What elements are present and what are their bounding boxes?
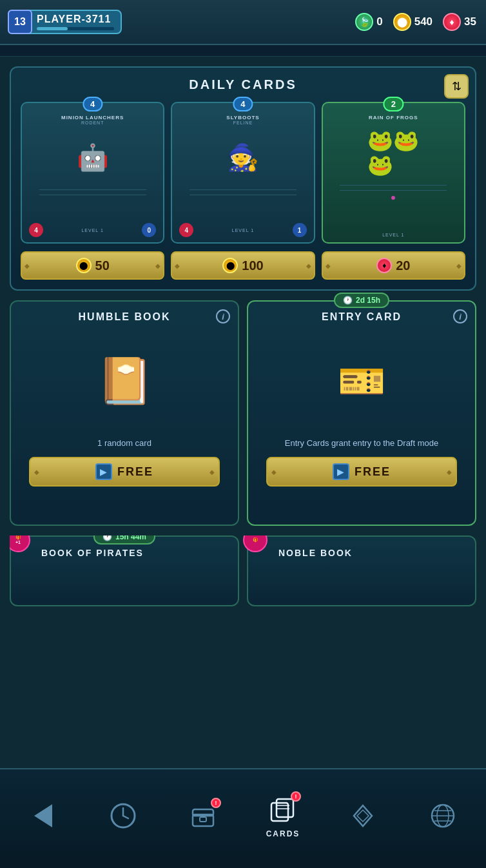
pirates-title: BOOK OF PIRATES xyxy=(41,548,230,558)
daily-cards-title: DAILY CARDS xyxy=(21,77,465,92)
svg-marker-12 xyxy=(357,810,369,822)
diamond-svg xyxy=(347,800,378,831)
card-divider-1 xyxy=(39,189,146,190)
card-cost-badge-3: 2 xyxy=(384,97,403,111)
card-level-3: LEVEL 1 xyxy=(382,233,404,237)
price-gold-icon-2: ⬤ xyxy=(222,258,238,273)
humble-book-info[interactable]: i xyxy=(216,309,230,323)
humble-book-free-btn[interactable]: ▶ FREE xyxy=(29,457,219,487)
prices-row: ⬤ 50 ⬤ 100 ♦ 20 xyxy=(21,251,465,280)
humble-book-desc: 1 random card xyxy=(97,438,151,449)
main-content: ⇅ DAILY CARDS 4 MINION LAUNCHERS RODENT … xyxy=(0,57,486,616)
daily-card-1[interactable]: 4 MINION LAUNCHERS RODENT 🤖 4 LEVEL 1 0 xyxy=(21,102,164,244)
card-divider-3b xyxy=(340,190,447,191)
currency-green: 🍃 0 xyxy=(355,13,382,31)
card-subname-2: FELINE xyxy=(233,121,253,125)
sub-nav xyxy=(0,45,486,57)
noble-title: NOBLE BOOK xyxy=(278,548,467,558)
price-btn-1[interactable]: ⬤ 50 xyxy=(21,251,164,280)
card-divider-1b xyxy=(39,195,146,195)
chest-icon: ! xyxy=(186,799,220,833)
bottom-shop-item-noble[interactable]: 🎁 NOBLE BOOK xyxy=(247,535,476,606)
header: 13 PLAYER-3711 🍃 0 ⬤ 540 ♦ 35 xyxy=(0,0,486,45)
diamond-icon xyxy=(346,799,380,833)
clock-svg xyxy=(108,800,139,831)
price-amount-3: 20 xyxy=(396,258,410,273)
free-icon-2: ▶ xyxy=(333,463,349,480)
gem-amount: 35 xyxy=(464,15,476,28)
card-name-3: RAIN OF FROGS xyxy=(369,115,418,121)
nav-clock[interactable] xyxy=(83,799,163,833)
svg-rect-8 xyxy=(277,799,293,817)
nav-back[interactable] xyxy=(3,799,83,833)
player-level: 13 xyxy=(8,10,32,34)
sale-icon: 🎁 xyxy=(15,535,21,540)
green-amount: 0 xyxy=(376,15,382,28)
shop-item-humble-book: HUMBLE BOOK i 📔 1 random card ▶ FREE xyxy=(10,300,239,526)
svg-line-2 xyxy=(123,816,128,818)
card-stats-2: 4 LEVEL 1 1 xyxy=(176,223,309,237)
currency-gem: ♦ 35 xyxy=(443,13,476,31)
nav-cards[interactable]: ! CARDS xyxy=(243,793,323,838)
shop-row: HUMBLE BOOK i 📔 1 random card ▶ FREE 🕐 2… xyxy=(10,300,476,526)
clock-icon xyxy=(106,799,140,833)
card-name-2: SLYBOOTS xyxy=(226,115,259,121)
card-level-2: LEVEL 1 xyxy=(232,228,254,233)
daily-card-3[interactable]: 2 RAIN OF FROGS 🐸🐸🐸 LEVEL 1 xyxy=(322,102,465,244)
pirates-timer: 🕐 15h 44m xyxy=(93,535,155,545)
timer-clock-icon: 🕐 xyxy=(343,296,353,305)
entry-card-info[interactable]: i xyxy=(453,309,467,323)
card-cost-badge-1: 4 xyxy=(83,97,102,111)
daily-cards-row: 4 MINION LAUNCHERS RODENT 🤖 4 LEVEL 1 0 … xyxy=(21,102,465,244)
entry-card-price: FREE xyxy=(355,465,391,479)
card-art-1: 🤖 xyxy=(67,128,119,186)
card-stats-1: 4 LEVEL 1 0 xyxy=(26,223,159,237)
free-icon-1: ▶ xyxy=(95,463,112,480)
price-btn-3[interactable]: ♦ 20 xyxy=(322,251,465,280)
refresh-button[interactable]: ⇅ xyxy=(444,74,469,99)
currency-area: 🍃 0 ⬤ 540 ♦ 35 xyxy=(355,13,476,31)
bottom-shop-item-pirates[interactable]: 🕐 15h 44m 🎁 +1 BOOK OF PIRATES xyxy=(10,535,239,606)
cards-notification: ! xyxy=(291,791,301,802)
card-cost-badge-2: 4 xyxy=(233,97,253,111)
price-amount-2: 100 xyxy=(242,258,263,273)
xp-fill xyxy=(37,27,68,30)
card-divider-3 xyxy=(340,185,447,186)
price-btn-2[interactable]: ⬤ 100 xyxy=(171,251,315,280)
globe-icon xyxy=(426,799,460,833)
pirates-timer-icon: 🕐 xyxy=(102,535,112,541)
card-level-1: LEVEL 1 xyxy=(81,228,103,233)
bottom-nav: ! ! CARDS xyxy=(0,768,486,868)
humble-book-price: FREE xyxy=(117,465,153,479)
stat-atk-1: 4 xyxy=(29,223,43,237)
nav-chest[interactable]: ! xyxy=(163,799,243,833)
chest-notification: ! xyxy=(211,798,221,808)
daily-card-2[interactable]: 4 SLYBOOTS FELINE 🧙 4 LEVEL 1 1 xyxy=(171,102,315,244)
nav-diamond[interactable] xyxy=(323,799,403,833)
xp-bar xyxy=(37,27,114,30)
globe-svg xyxy=(427,800,458,831)
back-icon[interactable] xyxy=(26,799,60,833)
humble-book-art: 📔 xyxy=(79,329,170,432)
entry-card-art: 🎫 xyxy=(316,329,407,432)
gold-currency-icon: ⬤ xyxy=(393,13,411,31)
price-amount-1: 50 xyxy=(95,258,110,273)
timer-value: 2d 15h xyxy=(356,296,380,305)
entry-card-desc: Entry Cards grant entry to the Draft mod… xyxy=(285,438,438,449)
nav-globe[interactable] xyxy=(403,799,483,833)
stat-def-1: 0 xyxy=(142,223,156,237)
noble-sale-badge: 🎁 xyxy=(243,535,267,552)
card-subname-1: RODENT xyxy=(81,121,104,125)
daily-cards-section: ⇅ DAILY CARDS 4 MINION LAUNCHERS RODENT … xyxy=(10,66,476,291)
pirates-sale-badge: 🎁 +1 xyxy=(10,535,30,552)
card-divider-2b xyxy=(190,195,296,195)
stat-def-2: 1 xyxy=(293,223,307,237)
entry-card-free-btn[interactable]: ▶ FREE xyxy=(266,457,456,487)
gold-amount: 540 xyxy=(414,15,433,28)
card-divider-2 xyxy=(190,189,296,190)
sale-value: +1 xyxy=(15,540,21,545)
gem-currency-icon: ♦ xyxy=(443,13,461,31)
card-name-1: MINION LAUNCHERS xyxy=(61,115,124,121)
stat-atk-2: 4 xyxy=(179,223,193,237)
card-dot-3 xyxy=(391,196,395,200)
